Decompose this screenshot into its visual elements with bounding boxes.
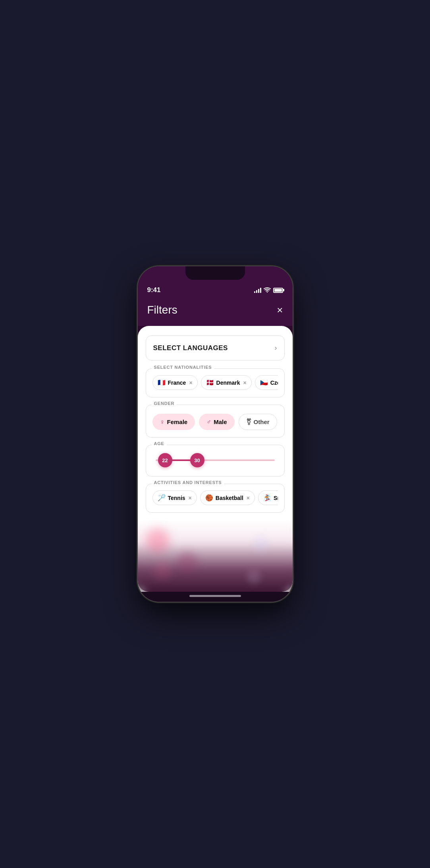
select-languages-button[interactable]: SELECT LANGUAGES › (146, 335, 285, 360)
gender-label: GENDER (152, 401, 177, 406)
france-flag: 🇫🇷 (158, 379, 166, 386)
age-max-value: 30 (194, 457, 200, 463)
home-bar (189, 595, 241, 597)
age-min-value: 22 (162, 457, 168, 463)
denmark-remove-icon[interactable]: × (243, 380, 247, 386)
blur-dot-1 (146, 528, 170, 552)
france-remove-icon[interactable]: × (189, 380, 192, 386)
basketball-name: Basketball (216, 495, 243, 501)
nationalities-label: SELECT NATIONALITIES (152, 365, 214, 370)
tennis-remove-icon[interactable]: × (189, 495, 192, 501)
female-icon: ♀ (160, 418, 165, 426)
battery-icon (273, 288, 283, 293)
snowboarding-tag[interactable]: 🏂 Snowboardi (258, 490, 278, 505)
status-time: 9:41 (147, 286, 161, 294)
female-label: Female (167, 418, 188, 425)
czech-name: Czech Rep (270, 380, 278, 386)
basketball-remove-icon[interactable]: × (247, 495, 250, 501)
signal-icon (254, 287, 261, 293)
snowboarding-emoji: 🏂 (263, 494, 271, 502)
tennis-emoji: 🏸 (158, 494, 166, 502)
blur-dot-5 (154, 562, 172, 580)
france-tag[interactable]: 🇫🇷 France × (152, 375, 198, 390)
screen: 9:41 Filter (138, 266, 293, 602)
activities-section: ACTIVITIES AND INTERESTS 🏸 Tennis × 🏀 Ba… (146, 484, 285, 513)
blur-dot-2 (253, 536, 269, 552)
header: Filters × (138, 297, 293, 326)
blur-dot-4 (247, 570, 261, 584)
close-button[interactable]: × (277, 305, 283, 315)
gender-other-chip[interactable]: ⚧ Other (239, 414, 277, 430)
age-label: AGE (152, 441, 167, 446)
snowboarding-name: Snowboardi (274, 495, 278, 501)
czech-flag: 🇨🇿 (260, 379, 268, 386)
denmark-name: Denmark (216, 380, 240, 386)
age-range: 22 30 (152, 459, 278, 461)
nationalities-section: SELECT NATIONALITIES 🇫🇷 France × 🇩🇰 Denm… (146, 368, 285, 397)
activities-label: ACTIVITIES AND INTERESTS (152, 480, 224, 485)
range-thumb-max[interactable]: 30 (190, 453, 204, 467)
page-title: Filters (147, 304, 177, 316)
other-gender-icon: ⚧ (246, 418, 251, 426)
languages-label: SELECT LANGUAGES (153, 344, 228, 352)
activities-tags-row: 🏸 Tennis × 🏀 Basketball × 🏂 Snowboardi (152, 490, 278, 505)
gender-section: GENDER ♀ Female ♂ Male ⚧ Other (146, 405, 285, 438)
blur-dot-3 (177, 552, 197, 572)
gender-female-chip[interactable]: ♀ Female (152, 414, 195, 430)
home-indicator (138, 592, 293, 602)
scroll-area: SELECT LANGUAGES › SELECT NATIONALITIES … (138, 326, 293, 520)
main-content: SELECT LANGUAGES › SELECT NATIONALITIES … (138, 326, 293, 592)
status-bar: 9:41 (138, 266, 293, 297)
phone-frame: 9:41 Filter (138, 266, 293, 602)
nationalities-tags-row: 🇫🇷 France × 🇩🇰 Denmark × 🇨🇿 Czech Rep (152, 375, 278, 390)
gender-male-chip[interactable]: ♂ Male (199, 414, 234, 430)
basketball-tag[interactable]: 🏀 Basketball × (200, 490, 255, 505)
chevron-right-icon: › (275, 344, 277, 352)
basketball-emoji: 🏀 (205, 494, 213, 502)
denmark-tag[interactable]: 🇩🇰 Denmark × (201, 375, 252, 390)
france-name: France (168, 380, 186, 386)
range-thumb-min[interactable]: 22 (158, 453, 172, 467)
age-section: AGE 22 30 (146, 445, 285, 477)
czech-tag[interactable]: 🇨🇿 Czech Rep (255, 375, 278, 390)
male-label: Male (214, 418, 227, 425)
male-icon: ♂ (206, 418, 211, 426)
range-track[interactable]: 22 30 (156, 459, 275, 461)
bottom-background (138, 520, 293, 592)
other-label: Other (254, 418, 270, 425)
denmark-flag: 🇩🇰 (206, 379, 214, 386)
tennis-name: Tennis (168, 495, 185, 501)
wifi-icon (264, 287, 271, 293)
status-icons (254, 287, 283, 293)
gender-options-row: ♀ Female ♂ Male ⚧ Other (152, 414, 278, 430)
tennis-tag[interactable]: 🏸 Tennis × (152, 490, 197, 505)
